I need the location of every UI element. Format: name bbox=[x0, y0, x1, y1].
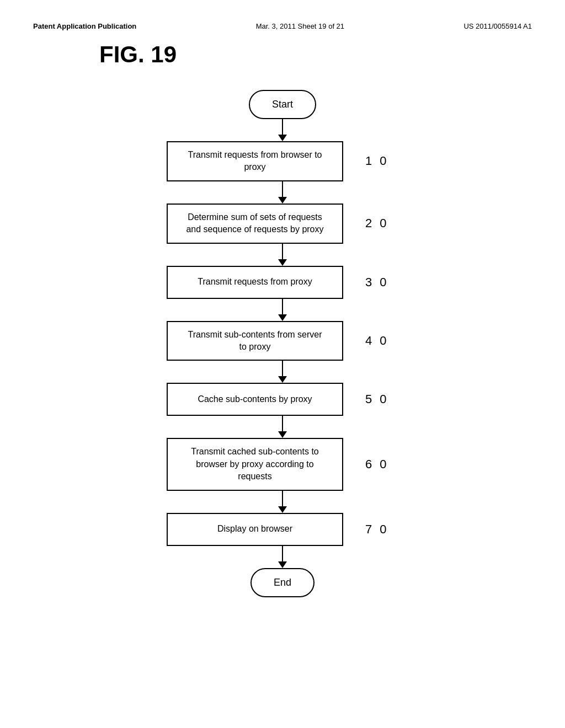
header-publication: Patent Application Publication bbox=[33, 22, 136, 30]
step-60-box: Transmit cached sub-contents tobrowser b… bbox=[167, 438, 343, 490]
header-date-sheet: Mar. 3, 2011 Sheet 19 of 21 bbox=[256, 22, 344, 30]
step-60-label: 6 0 bbox=[365, 457, 398, 472]
step-60-text: Transmit cached sub-contents tobrowser b… bbox=[191, 446, 319, 483]
step-50-box: Cache sub-contents by proxy bbox=[167, 383, 343, 416]
arrow-1 bbox=[278, 119, 287, 141]
step-30-container: Transmit requests from proxy 3 0 bbox=[167, 266, 398, 299]
step-40-box: Transmit sub-contents from serverto prox… bbox=[167, 321, 343, 361]
step-20-box: Determine sum of sets of requestsand seq… bbox=[167, 204, 343, 244]
step-60-row: Transmit cached sub-contents tobrowser b… bbox=[33, 438, 532, 490]
start-row: Start bbox=[33, 90, 532, 119]
step-20-text: Determine sum of sets of requestsand seq… bbox=[186, 211, 323, 236]
step-40-text: Transmit sub-contents from serverto prox… bbox=[188, 329, 322, 354]
step-50-text: Cache sub-contents by proxy bbox=[198, 393, 312, 405]
step-30-box: Transmit requests from proxy bbox=[167, 266, 343, 299]
step-30-label: 3 0 bbox=[365, 275, 398, 290]
step-20-label: 2 0 bbox=[365, 216, 398, 231]
end-row: End bbox=[33, 568, 532, 597]
figure-title: FIG. 19 bbox=[99, 41, 532, 68]
step-70-row: Display on browser 7 0 bbox=[33, 513, 532, 546]
page: Patent Application Publication Mar. 3, 2… bbox=[0, 0, 565, 728]
step-70-box: Display on browser bbox=[167, 513, 343, 546]
arrow-3 bbox=[278, 244, 287, 266]
end-terminal: End bbox=[250, 568, 315, 597]
arrow-4 bbox=[278, 299, 287, 321]
step-10-row: Transmit requests from browser toproxy 1… bbox=[33, 141, 532, 181]
step-20-row: Determine sum of sets of requestsand seq… bbox=[33, 204, 532, 244]
step-70-label: 7 0 bbox=[365, 522, 398, 537]
step-50-label: 5 0 bbox=[365, 392, 398, 406]
step-10-label: 1 0 bbox=[365, 154, 398, 168]
step-40-label: 4 0 bbox=[365, 334, 398, 348]
step-50-row: Cache sub-contents by proxy 5 0 bbox=[33, 383, 532, 416]
step-10-container: Transmit requests from browser toproxy 1… bbox=[167, 141, 398, 181]
arrow-5 bbox=[278, 361, 287, 383]
step-10-box: Transmit requests from browser toproxy bbox=[167, 141, 343, 181]
step-60-container: Transmit cached sub-contents tobrowser b… bbox=[167, 438, 398, 490]
arrow-8 bbox=[278, 546, 287, 568]
step-30-text: Transmit requests from proxy bbox=[198, 276, 312, 288]
step-70-text: Display on browser bbox=[217, 523, 292, 535]
page-header: Patent Application Publication Mar. 3, 2… bbox=[33, 22, 532, 30]
flowchart: Start Transmit requests from browser top… bbox=[33, 90, 532, 597]
header-patent-number: US 2011/0055914 A1 bbox=[463, 22, 532, 30]
step-10-text: Transmit requests from browser toproxy bbox=[188, 149, 322, 174]
step-30-row: Transmit requests from proxy 3 0 bbox=[33, 266, 532, 299]
start-terminal: Start bbox=[249, 90, 316, 119]
step-40-container: Transmit sub-contents from serverto prox… bbox=[167, 321, 398, 361]
step-50-container: Cache sub-contents by proxy 5 0 bbox=[167, 383, 398, 416]
arrow-7 bbox=[278, 491, 287, 513]
step-70-container: Display on browser 7 0 bbox=[167, 513, 398, 546]
step-40-row: Transmit sub-contents from serverto prox… bbox=[33, 321, 532, 361]
arrow-2 bbox=[278, 181, 287, 204]
step-20-container: Determine sum of sets of requestsand seq… bbox=[167, 204, 398, 244]
arrow-6 bbox=[278, 416, 287, 438]
